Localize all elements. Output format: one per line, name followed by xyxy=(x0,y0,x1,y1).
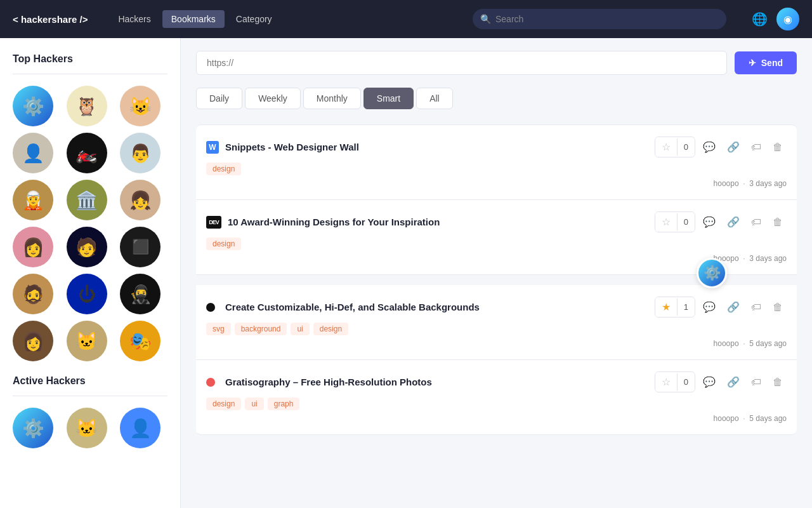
bookmark-time-1: 3 days ago xyxy=(749,179,787,188)
navbar: < hackershare /> Hackers Bookmarks Categ… xyxy=(0,0,812,38)
nav-category[interactable]: Category xyxy=(227,10,281,28)
bookmark-title-2[interactable]: 10 Award-Winning Designs for Your Inspir… xyxy=(228,217,440,227)
star-count-3: 1 xyxy=(677,298,695,316)
bookmark-meta-2: hooopo · 3 days ago xyxy=(206,254,787,263)
sidebar-divider-1 xyxy=(13,74,167,74)
bookmark-meta-4: hooopo · 5 days ago xyxy=(206,414,787,423)
url-input[interactable] xyxy=(196,51,727,75)
tag-svg-3[interactable]: svg xyxy=(206,323,231,335)
main-content: ✈ Send Daily Weekly Monthly Smart All W … xyxy=(181,38,812,508)
bookmark-header-1: W Snippets - Web Designer Wall ☆ 0 💬 🔗 🏷… xyxy=(206,137,787,157)
bookmark-tags-3: svg background ui design xyxy=(206,323,787,335)
send-button[interactable]: ✈ Send xyxy=(735,51,797,74)
delete-button-2[interactable]: 🗑 xyxy=(769,214,787,231)
bookmark-actions-2: ☆ 0 💬 🔗 🏷 🗑 xyxy=(655,211,787,232)
bookmark-user-3: hooopo xyxy=(714,339,739,348)
hacker-avatar-13[interactable]: 🧔 xyxy=(13,274,53,314)
hacker-avatar-2[interactable]: 🦉 xyxy=(67,86,107,126)
link-button-1[interactable]: 🔗 xyxy=(723,138,743,156)
bookmark-title-4[interactable]: Gratisography – Free High-Resolution Pho… xyxy=(225,377,432,387)
star-button-4[interactable]: ☆ xyxy=(655,372,677,392)
star-button-3[interactable]: ★ xyxy=(655,297,677,317)
bookmark-meta-3: hooopo · 5 days ago xyxy=(206,339,787,348)
hacker-avatar-18[interactable]: 🎭 xyxy=(120,321,160,361)
active-hacker-3[interactable]: 👤 xyxy=(120,408,160,448)
bookmark-item-1: W Snippets - Web Designer Wall ☆ 0 💬 🔗 🏷… xyxy=(196,124,797,200)
hacker-avatar-16[interactable]: 👩 xyxy=(13,321,53,361)
tab-weekly[interactable]: Weekly xyxy=(245,88,301,109)
search-icon: 🔍 xyxy=(480,14,491,24)
bookmark-tags-1: design xyxy=(206,163,787,175)
favicon-4 xyxy=(206,378,215,387)
tag-design-3[interactable]: design xyxy=(313,323,348,335)
hacker-avatar-10[interactable]: 👩 xyxy=(13,227,53,267)
hacker-avatar-15[interactable]: 🥷 xyxy=(120,274,160,314)
delete-button-1[interactable]: 🗑 xyxy=(769,139,787,156)
delete-button-4[interactable]: 🗑 xyxy=(769,374,787,391)
user-avatar-nav[interactable]: ◉ xyxy=(776,8,799,30)
nav-hackers[interactable]: Hackers xyxy=(109,10,159,28)
link-button-3[interactable]: 🔗 xyxy=(723,298,743,316)
bookmark-title-3[interactable]: Create Customizable, Hi-Def, and Scalabl… xyxy=(225,302,480,312)
bookmark-header-4: Gratisography – Free High-Resolution Pho… xyxy=(206,371,787,392)
hacker-avatar-9[interactable]: 👧 xyxy=(120,180,160,220)
bookmark-time-2: 3 days ago xyxy=(749,254,787,263)
filter-tabs: Daily Weekly Monthly Smart All xyxy=(196,88,797,109)
bookmark-item-4: Gratisography – Free High-Resolution Pho… xyxy=(196,360,797,435)
bookmark-header-3: Create Customizable, Hi-Def, and Scalabl… xyxy=(206,297,787,318)
logo[interactable]: < hackershare /> xyxy=(13,14,88,25)
tag-ui-4[interactable]: ui xyxy=(245,398,263,410)
hacker-avatar-5[interactable]: 🏍️ xyxy=(67,133,107,173)
logo-text: < hackershare /> xyxy=(13,14,88,25)
tag-graph-4[interactable]: graph xyxy=(268,398,300,410)
tag-design-2[interactable]: design xyxy=(206,237,241,250)
comment-button-1[interactable]: 💬 xyxy=(699,138,719,156)
star-button-2[interactable]: ☆ xyxy=(655,212,677,232)
bookmark-tags-2: design xyxy=(206,237,787,250)
tag-background-3[interactable]: background xyxy=(235,323,287,335)
nav-right: 🌐 ◉ xyxy=(752,8,799,30)
star-box-4: ☆ 0 xyxy=(655,371,695,392)
hacker-avatar-4[interactable]: 👤 xyxy=(13,133,53,173)
link-button-2[interactable]: 🔗 xyxy=(723,213,743,231)
tag-button-4[interactable]: 🏷 xyxy=(747,374,765,391)
star-button-1[interactable]: ☆ xyxy=(655,137,677,157)
tag-ui-3[interactable]: ui xyxy=(291,323,309,335)
tab-smart[interactable]: Smart xyxy=(363,88,414,109)
tab-monthly[interactable]: Monthly xyxy=(303,88,361,109)
bookmark-title-1[interactable]: Snippets - Web Designer Wall xyxy=(225,142,359,152)
bookmark-title-row-1: W Snippets - Web Designer Wall xyxy=(206,141,359,154)
hacker-avatar-6[interactable]: 👨 xyxy=(120,133,160,173)
active-hacker-2[interactable]: 🐱 xyxy=(67,408,107,448)
hacker-avatar-3[interactable]: 😺 xyxy=(120,86,160,126)
comment-button-2[interactable]: 💬 xyxy=(699,213,719,231)
hacker-avatar-14[interactable]: ⏻ xyxy=(67,274,107,314)
tag-button-1[interactable]: 🏷 xyxy=(747,139,765,156)
tab-all[interactable]: All xyxy=(416,88,453,109)
top-hackers-title: Top Hackers xyxy=(13,53,167,65)
comment-button-4[interactable]: 💬 xyxy=(699,373,719,391)
bookmark-meta-1: hooopo · 3 days ago xyxy=(206,179,787,188)
hacker-avatar-8[interactable]: 🏛️ xyxy=(67,180,107,220)
tag-button-2[interactable]: 🏷 xyxy=(747,214,765,231)
tab-daily[interactable]: Daily xyxy=(196,88,242,109)
tag-design-4[interactable]: design xyxy=(206,398,241,410)
delete-button-3[interactable]: 🗑 xyxy=(769,299,787,316)
comment-button-3[interactable]: 💬 xyxy=(699,298,719,316)
hacker-avatar-7[interactable]: 🧝 xyxy=(13,180,53,220)
globe-icon[interactable]: 🌐 xyxy=(752,11,768,27)
search-input[interactable] xyxy=(473,9,726,29)
send-icon: ✈ xyxy=(749,58,756,68)
active-hacker-1[interactable]: ⚙️ xyxy=(13,408,53,448)
tag-design-1[interactable]: design xyxy=(206,163,241,175)
link-button-4[interactable]: 🔗 xyxy=(723,373,743,391)
bookmark-actions-1: ☆ 0 💬 🔗 🏷 🗑 xyxy=(655,137,787,157)
hacker-avatar-12[interactable]: ⬛ xyxy=(120,227,160,267)
tag-button-3[interactable]: 🏷 xyxy=(747,299,765,316)
floating-avatar-2[interactable]: ⚙️ xyxy=(697,258,727,288)
hacker-avatar-17[interactable]: 🐱 xyxy=(67,321,107,361)
nav-bookmarks[interactable]: Bookmarks xyxy=(162,10,225,28)
hacker-avatar-1[interactable]: ⚙️ xyxy=(13,86,53,126)
hacker-avatar-11[interactable]: 🧑 xyxy=(67,227,107,267)
top-hacker-grid: ⚙️ 🦉 😺 👤 🏍️ 👨 🧝 🏛️ 👧 👩 🧑 ⬛ 🧔 ⏻ 🥷 👩 🐱 🎭 xyxy=(13,86,167,361)
